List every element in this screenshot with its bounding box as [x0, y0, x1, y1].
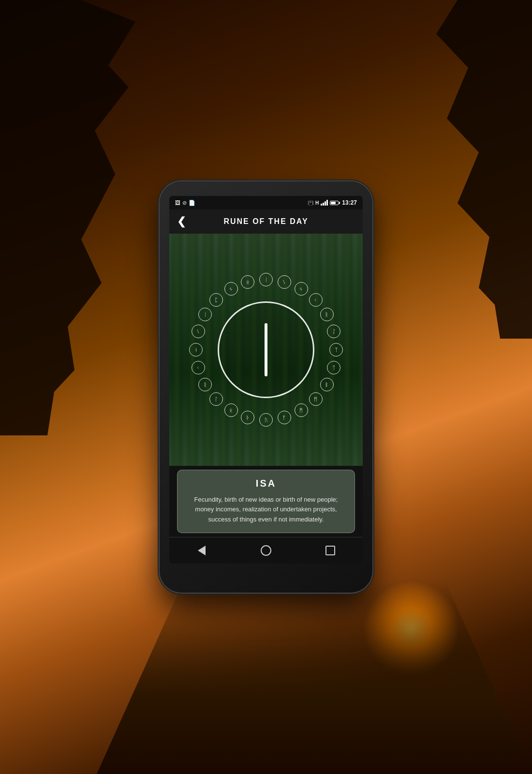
- vibrate-icon: 📳: [308, 200, 313, 206]
- recents-square-icon: [325, 546, 335, 555]
- rune-ring-symbol: ᛁ: [198, 308, 212, 321]
- rune-ring-symbol: ᚢ: [259, 413, 273, 427]
- rune-name: ISA: [185, 478, 347, 489]
- navigation-bar: [169, 537, 363, 564]
- rune-ring-symbol: ᚠ: [278, 411, 291, 424]
- signal-icon: [321, 200, 328, 206]
- rune-ring-symbol: ᛁ: [259, 273, 273, 286]
- rune-ring-symbol: ᚲ: [309, 293, 323, 307]
- battery-icon: [330, 201, 340, 205]
- rune-ring-symbol: ᛏ: [327, 361, 340, 374]
- app-bar: ❮ RUNE OF THE DAY: [169, 209, 363, 234]
- rune-ring-symbol: ᛇ: [327, 325, 340, 338]
- rune-description: Fecundity, birth of new ideas or birth o…: [185, 495, 347, 525]
- home-circle-icon: [261, 545, 271, 556]
- isa-rune-symbol: [265, 323, 267, 376]
- nav-home-button[interactable]: [259, 543, 273, 558]
- file-status-icon: 📄: [189, 200, 195, 206]
- rune-ring-symbol: ᛚ: [209, 392, 223, 406]
- rune-ring-symbol: ᛃ: [224, 282, 238, 296]
- rune-display-area: ᛁᛊᛃᚲᚱᛇᛉᛏᛒᛗᛗᚠᚢᚦᛟᛚᚱᚲᚾᛊᛁᛈᛃᛟ: [169, 234, 363, 466]
- rune-ring-symbol: ᛟ: [241, 275, 254, 289]
- back-button[interactable]: ❮: [177, 215, 186, 228]
- rune-ring-symbol: ᛟ: [224, 403, 238, 417]
- rune-ring-symbol: ᚱ: [198, 378, 212, 391]
- rune-ring-symbol: ᚦ: [241, 411, 254, 424]
- status-icons-left: 🖼 ⊘ 📄: [175, 200, 195, 206]
- rune-circle-container: ᛁᛊᛃᚲᚱᛇᛉᛏᛒᛗᛗᚠᚢᚦᛟᛚᚱᚲᚾᛊᛁᛈᛃᛟ: [189, 272, 343, 427]
- h-icon: H: [315, 200, 319, 206]
- rune-ring-symbol: ᛗ: [295, 403, 308, 417]
- shield-status-icon: ⊘: [182, 200, 187, 206]
- rune-ring-symbol: ᚱ: [320, 308, 334, 321]
- rune-ring-symbol: ᛈ: [209, 293, 223, 307]
- phone-screen: 🖼 ⊘ 📄 📳 H 13:27: [169, 196, 363, 564]
- main-rune-circle: [218, 301, 314, 398]
- rune-ring-symbol: ᛗ: [309, 392, 323, 406]
- rune-ring-symbol: ᛒ: [320, 378, 334, 391]
- rune-ring-symbol: ᚲ: [192, 361, 205, 374]
- nav-recents-button[interactable]: [323, 543, 338, 558]
- phone-device: 🖼 ⊘ 📄 📳 H 13:27: [160, 181, 372, 593]
- nav-back-button[interactable]: [194, 543, 209, 558]
- image-status-icon: 🖼: [175, 200, 180, 206]
- rune-ring-symbol: ᛉ: [329, 343, 343, 357]
- rune-info-card: ISA Fecundity, birth of new ideas or bir…: [177, 470, 355, 533]
- rune-ring-symbol: ᛃ: [295, 282, 308, 296]
- back-triangle-icon: [198, 546, 206, 555]
- app-title: RUNE OF THE DAY: [192, 217, 340, 226]
- status-bar: 🖼 ⊘ 📄 📳 H 13:27: [169, 196, 363, 209]
- rune-ring-symbol: ᛊ: [192, 325, 205, 338]
- rune-ring-symbol: ᛊ: [278, 275, 291, 289]
- status-time: 13:27: [342, 199, 357, 206]
- rune-ring-symbol: ᚾ: [189, 343, 203, 357]
- status-icons-right: 📳 H 13:27: [308, 199, 357, 206]
